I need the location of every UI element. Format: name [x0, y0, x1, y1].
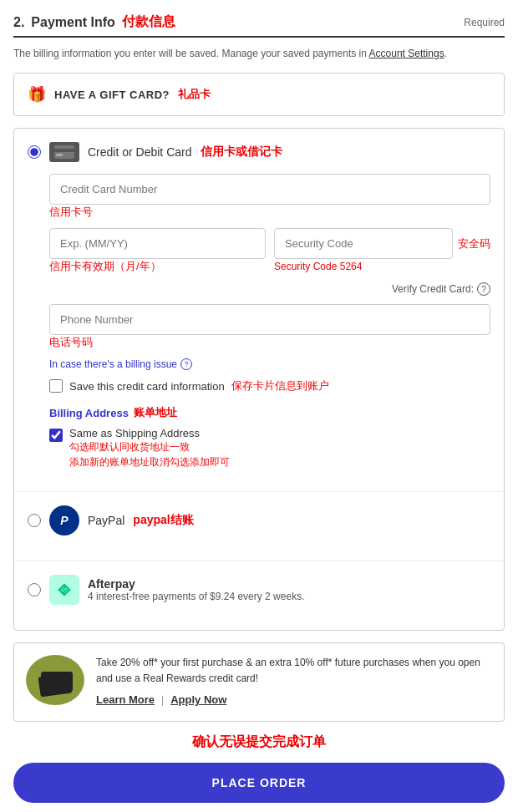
section-title-en: Payment Info: [31, 15, 114, 30]
phone-zh: 电话号码: [49, 336, 93, 348]
same-shipping-hint2: 添加新的账单地址取消勾选添加即可: [69, 454, 230, 469]
card-number-row: 信用卡号: [49, 174, 490, 220]
phone-input[interactable]: [49, 304, 490, 335]
save-card-label-en: Save this credit card information: [69, 380, 225, 393]
place-order-button[interactable]: PLACE ORDER: [13, 763, 505, 803]
billing-notice: The billing information you enter will b…: [13, 46, 505, 61]
verify-credit-card-row: Verify Credit Card: ?: [49, 282, 490, 296]
rewards-description: Take 20% off* your first purchase & an e…: [96, 657, 480, 684]
paypal-radio[interactable]: [28, 514, 41, 527]
rewards-image: [26, 655, 84, 705]
save-card-checkbox[interactable]: [49, 379, 63, 393]
gift-card-label-en: HAVE A GIFT CARD?: [54, 89, 170, 101]
paypal-label-en: PayPal: [88, 514, 124, 527]
billing-address-section: Billing Address 账单地址 Same as Shipping Ad…: [49, 405, 490, 469]
billing-title-zh: 账单地址: [134, 405, 177, 420]
afterpay-sublabel: 4 interest-free payments of $9.24 every …: [88, 591, 304, 602]
rewards-divider: |: [161, 693, 164, 708]
confirm-note: 确认无误提交完成订单: [13, 733, 505, 751]
paypal-label-zh: paypal结账: [133, 513, 193, 528]
svg-rect-1: [54, 149, 74, 152]
billing-title-en: Billing Address: [49, 407, 129, 419]
section-title-zh: 付款信息: [122, 13, 175, 31]
security-code-input[interactable]: [274, 228, 453, 259]
card-number-input[interactable]: [49, 174, 490, 205]
credit-card-fields: 信用卡号 信用卡有效期（月/年） 安全码 Security Code 5264: [49, 174, 490, 469]
rewards-banner: Take 20% off* your first purchase & an e…: [13, 642, 505, 722]
gift-card-section[interactable]: 🎁 HAVE A GIFT CARD? 礼品卡: [13, 73, 505, 116]
account-settings-link[interactable]: Account Settings: [369, 48, 444, 59]
paypal-icon: P: [49, 505, 79, 535]
credit-card-icon: [49, 142, 79, 162]
same-shipping-label: Same as Shipping Address: [69, 427, 230, 439]
apply-now-link[interactable]: Apply Now: [170, 692, 226, 709]
gift-icon: 🎁: [28, 85, 46, 104]
svg-rect-2: [56, 154, 63, 156]
rewards-text-content: Take 20% off* your first purchase & an e…: [96, 655, 492, 709]
save-card-row: Save this credit card information 保存卡片信息…: [49, 378, 490, 393]
expiry-input[interactable]: [49, 228, 266, 259]
verify-icon[interactable]: ?: [477, 282, 490, 296]
security-code-zh: 安全码: [458, 236, 490, 251]
card-number-zh: 信用卡号: [49, 206, 93, 218]
credit-card-section: Credit or Debit Card 信用卡或借记卡 信用卡号 信用卡有效期…: [14, 129, 504, 492]
billing-issue-note: In case there's a billing issue ?: [49, 358, 490, 370]
credit-card-label-en: Credit or Debit Card: [88, 145, 192, 159]
exp-security-row: 信用卡有效期（月/年） 安全码 Security Code 5264: [49, 228, 490, 274]
credit-card-radio[interactable]: [28, 145, 41, 159]
same-shipping-hint1: 勾选即默认同收货地址一致: [69, 439, 230, 454]
paypal-section: P PayPal paypal结账: [14, 492, 504, 561]
billing-issue-icon[interactable]: ?: [180, 358, 192, 370]
afterpay-icon: [49, 575, 79, 605]
credit-card-label-zh: 信用卡或借记卡: [201, 145, 282, 160]
required-label: Required: [464, 17, 505, 28]
learn-more-link[interactable]: Learn More: [96, 692, 155, 709]
afterpay-section: Afterpay 4 interest-free payments of $9.…: [14, 561, 504, 630]
afterpay-radio[interactable]: [28, 583, 41, 596]
gift-card-label-zh: 礼品卡: [178, 87, 211, 102]
exp-zh: 信用卡有效期（月/年）: [49, 260, 161, 272]
save-card-label-zh: 保存卡片信息到账户: [231, 378, 329, 393]
payment-methods-container: Credit or Debit Card 信用卡或借记卡 信用卡号 信用卡有效期…: [13, 128, 505, 631]
section-number: 2.: [13, 15, 24, 30]
afterpay-label: Afterpay: [88, 577, 304, 591]
security-code-note: Security Code 5264: [274, 261, 490, 272]
phone-row: 电话号码: [49, 304, 490, 350]
same-shipping-checkbox[interactable]: [49, 429, 63, 442]
section-header: 2. Payment Info 付款信息 Required: [13, 13, 505, 38]
verify-label: Verify Credit Card:: [392, 283, 474, 295]
